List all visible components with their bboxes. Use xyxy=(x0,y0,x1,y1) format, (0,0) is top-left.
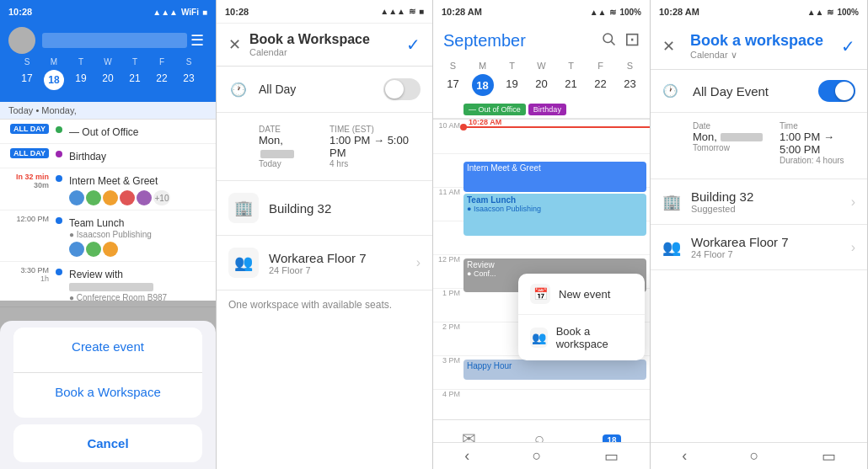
new-event-icon: 📅 xyxy=(530,284,550,304)
menu-icon[interactable]: ☰ xyxy=(187,30,207,51)
list-item: ALL DAY Birthday xyxy=(0,144,216,168)
battery-4: 100% xyxy=(837,8,859,17)
home-button[interactable]: ○ xyxy=(533,447,542,465)
clock-icon: 🕐 xyxy=(228,79,249,99)
time-3: 10:28 AM xyxy=(442,7,482,17)
allday-toggle[interactable] xyxy=(383,78,421,100)
workspace-section: 👥 Workarea Floor 7 24 Floor 7 › xyxy=(217,236,432,290)
header-title xyxy=(42,33,187,48)
signal-4: ▲▲ xyxy=(807,8,824,17)
recents-button[interactable]: ▭ xyxy=(604,447,619,466)
recents-button-4[interactable]: ▭ xyxy=(822,447,836,466)
list-item[interactable]: 12:00 PM Team Lunch ● Isaacson Publishin… xyxy=(0,211,216,262)
confirm-button[interactable]: ✓ xyxy=(406,35,421,55)
time-value: 1:00 PM → 5:00 PM xyxy=(330,134,421,159)
book-workspace-menu-item[interactable]: 👥 Book a workspace xyxy=(518,315,645,360)
now-line: 10:28 AM xyxy=(463,126,650,128)
building-arrow-icon[interactable]: › xyxy=(851,195,855,210)
date-value: Mon, xyxy=(259,134,319,159)
popup-overlay: Create event Book a Workspace Cancel xyxy=(0,301,216,469)
date-value-4: Mon, xyxy=(693,131,763,143)
form-title: Book a Workspace Calendar xyxy=(249,32,398,57)
home-button-4[interactable]: ○ xyxy=(750,447,759,465)
event-dot xyxy=(56,151,62,157)
form-header: ✕ Book a Workspace Calendar ✓ xyxy=(217,24,432,67)
form-title-4: Book a workspace xyxy=(690,32,833,50)
building-sub-4: Suggested xyxy=(691,204,841,214)
new-event-label: New event xyxy=(559,288,610,301)
form-title-main: Book a Workspace xyxy=(249,32,398,47)
book-workspace-button[interactable]: Book a Workspace xyxy=(13,373,202,411)
confirm-button-4[interactable]: ✓ xyxy=(841,36,855,56)
workspace-ctx-icon: 👥 xyxy=(530,328,548,348)
time-scroll[interactable]: 10 AM 11 AM 12 PM 1 PM 2 PM 3 PM 4 PM xyxy=(433,119,650,419)
building-icon-4: 🏢 xyxy=(662,193,681,211)
signal-3: ▲▲ xyxy=(590,8,607,17)
list-item[interactable]: In 32 min30m Intern Meet & Greet +10 xyxy=(0,168,216,211)
building-section-4: 🏢 Building 32 Suggested › xyxy=(651,179,867,225)
close-button-4[interactable]: ✕ xyxy=(662,37,675,56)
available-text: One workspace with available seats. xyxy=(217,290,432,319)
create-event-button[interactable]: Create event xyxy=(13,328,202,365)
building-name-4: Building 32 xyxy=(691,189,841,204)
form-header-4: ✕ Book a workspace Calendar ∨ ✓ xyxy=(651,24,867,70)
workspace-icon: 👥 xyxy=(228,248,259,278)
event-dot xyxy=(56,217,62,224)
more-icon[interactable]: ⊡ xyxy=(624,29,640,51)
signal-2: ▲▲▲ xyxy=(380,7,405,16)
workspace-sub-4: 24 Floor 7 xyxy=(691,249,841,259)
search-icon[interactable] xyxy=(601,31,616,51)
popup-btn-group: Create event Book a Workspace xyxy=(13,328,202,418)
cal-event-intern[interactable]: Intern Meet & Greet xyxy=(463,162,646,192)
form-title-sub: Calendar xyxy=(249,47,398,57)
status-bar-4: 10:28 AM ▲▲ ≋ 100% xyxy=(651,0,867,24)
signal-1: ▲▲▲ xyxy=(153,8,178,17)
cal-event-lunch[interactable]: Team Lunch ● Isaacson Publishing xyxy=(463,194,646,236)
time-4: 10:28 AM xyxy=(659,7,699,17)
now-dot xyxy=(460,124,467,131)
date-sub: Today xyxy=(259,159,319,168)
time-block-4: Time 1:00 PM → 5:00 PM Duration: 4 hours xyxy=(780,121,855,165)
cal-week: 17 18 19 20 21 22 23 xyxy=(13,70,202,90)
building-icon: 🏢 xyxy=(228,193,259,223)
allday-section-4: 🕐 All Day Event xyxy=(651,70,867,113)
battery-2: ■ xyxy=(419,7,424,16)
cal-days-header: SMTWTFS xyxy=(13,57,202,67)
phone3-september: 10:28 AM ▲▲ ≋ 100% September ⊡ SMTWTFS 1… xyxy=(433,0,651,469)
wifi-2: ≋ xyxy=(409,7,415,16)
time-label-4: Time xyxy=(780,121,855,131)
android-nav-3: ‹ ○ ▭ xyxy=(433,442,650,469)
new-event-menu-item[interactable]: 📅 New event xyxy=(518,274,645,315)
workspace-arrow-icon-4[interactable]: › xyxy=(851,240,855,255)
clock-icon-4: 🕐 xyxy=(662,83,683,99)
phone1-calendar: 10:28 ▲▲▲ WiFi ■ ☰ SMTWTFS 17 18 19 20 2… xyxy=(0,0,217,469)
back-button[interactable]: ‹ xyxy=(464,447,469,465)
time-2: 10:28 xyxy=(225,7,249,17)
wifi-4: ≋ xyxy=(827,8,833,17)
svg-point-0 xyxy=(603,34,613,43)
date-sub-4: Tomorrow xyxy=(693,143,763,152)
allday-chip-birthday: Birthday xyxy=(528,104,566,115)
date-block-4: Date Mon, Tomorrow xyxy=(693,121,763,165)
phone3-header: September ⊡ xyxy=(433,24,650,57)
workspace-name-4: Workarea Floor 7 xyxy=(691,235,841,249)
time-label: Time (EST) xyxy=(330,125,421,134)
calendar-header: ☰ SMTWTFS 17 18 19 20 21 22 23 xyxy=(0,24,216,102)
datetime-section: Date Mon, Today Time (EST) 1:00 PM → 5:0… xyxy=(217,113,432,181)
cancel-button[interactable]: Cancel xyxy=(13,424,202,462)
week-header: SMTWTFS xyxy=(438,57,645,74)
workspace-sub: 24 Floor 7 xyxy=(269,265,406,275)
back-button-4[interactable]: ‹ xyxy=(682,447,687,465)
time-sub-4: Duration: 4 hours xyxy=(780,156,855,165)
workspace-arrow-icon[interactable]: › xyxy=(416,255,421,270)
calendar-grid: SMTWTFS 17 18 19 20 21 22 23 xyxy=(8,54,207,95)
close-button[interactable]: ✕ xyxy=(228,35,241,54)
time-block: Time (EST) 1:00 PM → 5:00 PM 4 hrs xyxy=(330,125,421,168)
events-area: 10:28 AM Intern Meet & Greet Team Lunch … xyxy=(463,120,650,419)
android-nav-4: ‹ ○ ▭ xyxy=(651,442,867,469)
cal-event-happy[interactable]: Happy Hour xyxy=(463,360,646,380)
time-1: 10:28 xyxy=(8,7,32,17)
wifi-3: ≋ xyxy=(609,8,616,17)
allday-toggle-4[interactable] xyxy=(818,80,855,102)
battery-3: 100% xyxy=(619,8,641,17)
